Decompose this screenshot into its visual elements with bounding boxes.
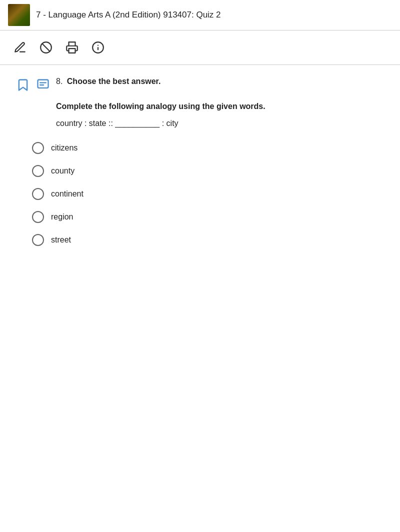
question-body-instruction: Complete the following analogy using the… (56, 102, 384, 111)
question-instruction: Choose the best answer. (67, 77, 161, 86)
svg-line-1 (42, 44, 50, 51)
bookmark-icon[interactable] (16, 78, 30, 92)
info-icon[interactable] (90, 40, 106, 56)
choice-label-citizens: citizens (51, 144, 78, 152)
block-icon[interactable] (38, 40, 54, 56)
radio-region[interactable] (32, 211, 44, 223)
choice-street[interactable]: street (32, 234, 384, 246)
page-header: 7 - Language Arts A (2nd Edition) 913407… (0, 0, 400, 30)
answer-choices: citizens county continent region street (32, 142, 384, 246)
choice-region[interactable]: region (32, 211, 384, 223)
choice-label-continent: continent (51, 190, 84, 198)
app-thumbnail (8, 4, 30, 26)
question-number: 8. (56, 77, 62, 86)
radio-citizens[interactable] (32, 142, 44, 154)
radio-continent[interactable] (32, 188, 44, 200)
choice-label-region: region (51, 212, 73, 222)
note-icon[interactable] (36, 78, 50, 92)
svg-rect-6 (38, 80, 48, 88)
analogy-text: country : state :: __________ : city (56, 119, 384, 128)
print-icon[interactable] (64, 40, 80, 56)
question-header: 8. Choose the best answer. (16, 77, 384, 92)
question-label: 8. Choose the best answer. (56, 77, 160, 86)
choice-citizens[interactable]: citizens (32, 142, 384, 154)
radio-street[interactable] (32, 234, 44, 246)
page-title: 7 - Language Arts A (2nd Edition) 913407… (36, 10, 221, 20)
radio-county[interactable] (32, 165, 44, 177)
main-content: 8. Choose the best answer. Complete the … (0, 65, 400, 269)
svg-rect-2 (69, 48, 76, 53)
choice-label-county: county (51, 166, 74, 176)
choice-continent[interactable]: continent (32, 188, 384, 200)
edit-icon[interactable] (12, 40, 28, 56)
question-body: Complete the following analogy using the… (56, 102, 384, 128)
choice-label-street: street (51, 236, 71, 244)
toolbar (0, 30, 400, 65)
choice-county[interactable]: county (32, 165, 384, 177)
